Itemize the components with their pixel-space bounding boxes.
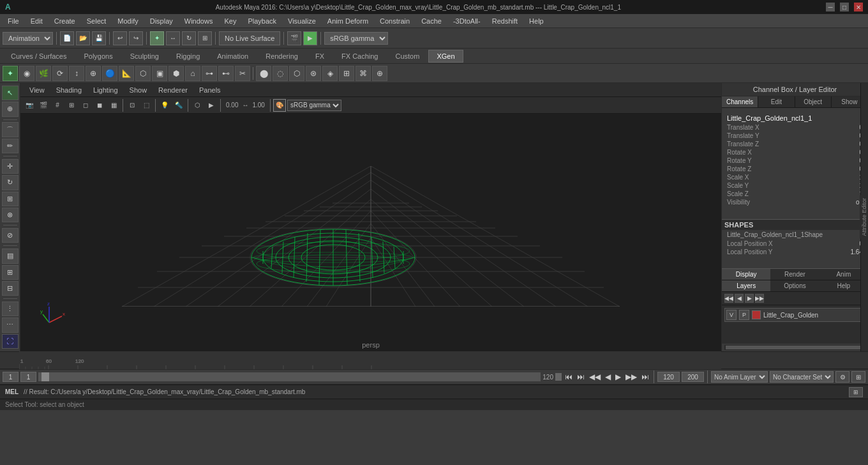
- soft-mod-button[interactable]: ⊘: [2, 228, 19, 243]
- color-space-selector[interactable]: sRGB gamma: [324, 32, 388, 45]
- close-button[interactable]: ✕: [854, 3, 863, 11]
- menu-windows[interactable]: Windows: [179, 16, 218, 26]
- layer-next-btn[interactable]: ▶: [745, 294, 754, 303]
- playback-thumb[interactable]: [41, 372, 49, 381]
- menu-playback[interactable]: Playback: [243, 16, 281, 26]
- layout-btn2[interactable]: ⊞: [2, 265, 19, 280]
- snap-btn3[interactable]: ⛶: [2, 334, 19, 349]
- vp-xray-btn[interactable]: ⊡: [126, 99, 138, 112]
- vp-iso-btn[interactable]: ⬡: [191, 99, 204, 112]
- menu-select[interactable]: Select: [82, 16, 112, 26]
- menu-anim-deform[interactable]: Anim Deform: [322, 16, 373, 26]
- xgen-btn-21[interactable]: ⊞: [339, 66, 354, 81]
- open-scene-button[interactable]: 📂: [76, 31, 90, 45]
- menu-help[interactable]: Help: [524, 16, 549, 26]
- menu-display[interactable]: Display: [145, 16, 178, 26]
- xgen-btn-12[interactable]: ⌂: [185, 66, 200, 81]
- xgen-btn-23[interactable]: ⊕: [372, 66, 387, 81]
- menu-cache[interactable]: Cache: [416, 16, 447, 26]
- disp-tab-display[interactable]: Display: [722, 269, 770, 280]
- tab-rigging[interactable]: Rigging: [168, 50, 208, 63]
- frame-start-input[interactable]: [3, 372, 19, 382]
- char-set-btn1[interactable]: ⚙: [835, 371, 849, 383]
- menu-create[interactable]: Create: [49, 16, 80, 26]
- vp-smooth2-btn[interactable]: ⬚: [140, 99, 153, 112]
- select-button[interactable]: ↖: [2, 86, 19, 100]
- vp-color-space-select[interactable]: sRGB gamma: [287, 100, 341, 111]
- snap-btn1[interactable]: ⋮: [2, 301, 19, 316]
- minimize-button[interactable]: ─: [826, 3, 835, 11]
- frame-current-input[interactable]: [20, 372, 36, 382]
- channel-content[interactable]: Little_Crap_Golden_ncl1_1 Translate X0 T…: [722, 108, 868, 219]
- move-button[interactable]: ✛: [2, 159, 19, 174]
- tab-animation[interactable]: Animation: [209, 50, 257, 63]
- universal-button[interactable]: ⊗: [2, 208, 19, 222]
- xgen-btn-9[interactable]: ⬡: [135, 66, 151, 81]
- xgen-btn-20[interactable]: ◈: [322, 66, 338, 81]
- menu-modify[interactable]: Modify: [112, 16, 143, 26]
- xgen-btn-17[interactable]: ◌: [273, 66, 288, 81]
- select-tool-button[interactable]: ✦: [150, 31, 164, 45]
- xgen-btn-2[interactable]: ◉: [19, 66, 34, 81]
- paint-button[interactable]: ✏: [2, 139, 19, 153]
- play-back-btn[interactable]: ⏮: [564, 372, 574, 381]
- vp-resolution-btn[interactable]: ⊞: [65, 99, 78, 112]
- menu-file[interactable]: File: [3, 16, 24, 26]
- char-set-btn2[interactable]: ⊞: [851, 371, 865, 383]
- vp-wireframe-btn[interactable]: ◻: [79, 99, 92, 112]
- maximize-button[interactable]: □: [840, 3, 849, 11]
- lasso-button[interactable]: ⌒: [2, 122, 19, 137]
- layer-visibility-btn[interactable]: V: [726, 310, 737, 320]
- save-scene-button[interactable]: 💾: [92, 31, 106, 45]
- tab-fx-caching[interactable]: FX Caching: [333, 50, 386, 63]
- move-tool-button[interactable]: ↔: [166, 31, 180, 45]
- layer-back-btn[interactable]: ◀◀: [724, 294, 733, 303]
- snap-btn2[interactable]: ⋯: [2, 317, 19, 332]
- xgen-btn-19[interactable]: ⊛: [306, 66, 321, 81]
- anim-layer-select[interactable]: No Anim Layer: [711, 371, 768, 383]
- menu-3dtoall[interactable]: -3DtoAll-: [448, 16, 486, 26]
- render-button[interactable]: ▶: [303, 31, 317, 45]
- anim-end-input[interactable]: [682, 372, 704, 382]
- redo-button[interactable]: ↪: [129, 31, 143, 45]
- tab-custom[interactable]: Custom: [387, 50, 428, 63]
- viewport[interactable]: View Shading Lighting Show Renderer Pane…: [20, 83, 721, 351]
- xgen-btn-16[interactable]: ⬤: [256, 66, 271, 81]
- vp-menu-view[interactable]: View: [24, 85, 50, 95]
- play-fwd-btn[interactable]: ▶: [614, 372, 622, 381]
- xgen-btn-5[interactable]: ↕: [69, 66, 84, 81]
- status-btn[interactable]: ⊞: [849, 387, 863, 397]
- vp-menu-panels[interactable]: Panels: [194, 85, 226, 95]
- vp-grid-btn[interactable]: #: [51, 99, 64, 112]
- xgen-btn-7[interactable]: 🔵: [102, 66, 117, 81]
- step-back-btn[interactable]: ◀◀: [588, 372, 602, 381]
- rotate-lt-button[interactable]: ↻: [2, 175, 19, 190]
- scale-lt-button[interactable]: ⊞: [2, 192, 19, 206]
- viewport-canvas[interactable]: x y z persp: [20, 114, 721, 351]
- xgen-btn-18[interactable]: ⬡: [289, 66, 304, 81]
- vp-film-btn[interactable]: 🎬: [37, 99, 50, 112]
- ch-tab-channels[interactable]: Channels: [722, 96, 758, 107]
- vp-smooth-btn[interactable]: ◼: [93, 99, 106, 112]
- layer-tab-layers[interactable]: Layers: [722, 280, 770, 291]
- xgen-btn-3[interactable]: 🌿: [36, 66, 51, 81]
- ch-tab-object[interactable]: Object: [795, 96, 832, 107]
- tab-curves-surfaces[interactable]: Curves / Surfaces: [3, 50, 75, 63]
- rotate-tool-button[interactable]: ↻: [182, 31, 196, 45]
- layer-pick-btn[interactable]: P: [739, 310, 749, 320]
- xgen-btn-1[interactable]: ✦: [3, 66, 18, 81]
- tab-rendering[interactable]: Rendering: [257, 50, 306, 63]
- xgen-btn-6[interactable]: ⊕: [86, 66, 101, 81]
- menu-redshift[interactable]: Redshift: [487, 16, 523, 26]
- xgen-btn-15[interactable]: ✂: [235, 66, 250, 81]
- undo-button[interactable]: ↩: [113, 31, 127, 45]
- char-set-select[interactable]: No Character Set: [770, 371, 834, 383]
- xgen-btn-13[interactable]: ⊶: [202, 66, 217, 81]
- vp-light-btn[interactable]: 💡: [158, 99, 171, 112]
- render-settings-button[interactable]: 🎬: [287, 31, 301, 45]
- disp-tab-render[interactable]: Render: [770, 269, 819, 280]
- play-prev-btn[interactable]: ⏭: [576, 372, 586, 381]
- ch-tab-edit[interactable]: Edit: [758, 96, 795, 107]
- layer-scrollbar[interactable]: [724, 345, 865, 350]
- vp-render2-btn[interactable]: ▶: [205, 99, 218, 112]
